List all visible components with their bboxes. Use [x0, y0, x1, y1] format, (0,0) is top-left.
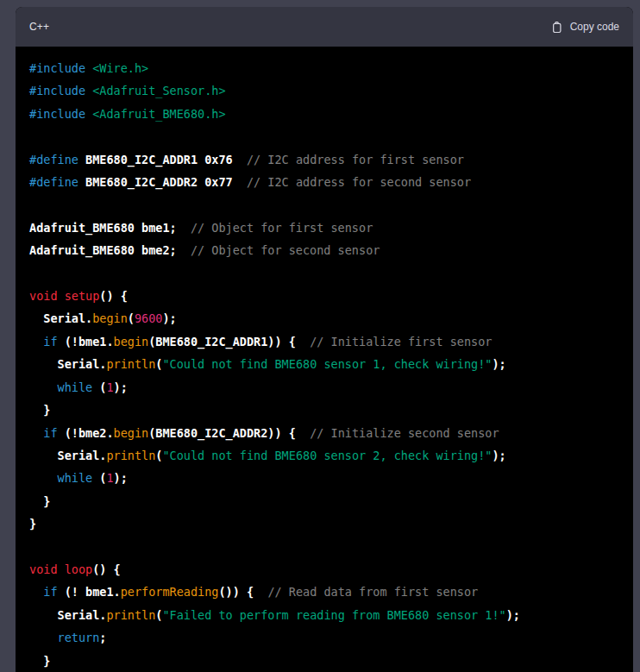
language-label: C++: [29, 21, 49, 33]
code-line: Adafruit_BME680 bme2; // Object for seco…: [29, 239, 619, 261]
code-line: #include <Adafruit_BME680.h>: [29, 103, 619, 125]
code-line: return;: [29, 626, 619, 649]
code-line: [29, 262, 619, 285]
code-header: C++ Copy code: [16, 7, 633, 47]
code-line: Serial.println("Could not find BME680 se…: [29, 353, 619, 375]
code-line: #define BME680_I2C_ADDR2 0x77 // I2C add…: [29, 171, 619, 193]
code-block: C++ Copy code #include <Wire.h>#include …: [16, 7, 633, 672]
code-line: void setup() {: [29, 285, 619, 307]
code-line: [29, 536, 619, 558]
code-line: if (!bme2.begin(BME680_I2C_ADDR2)) { // …: [29, 422, 619, 444]
code-line: }: [29, 490, 619, 512]
code-line: [29, 193, 619, 216]
code-line: while (1);: [29, 467, 619, 489]
code-line: while (1);: [29, 376, 619, 399]
copy-code-label: Copy code: [570, 21, 619, 33]
code-line: }: [29, 399, 619, 421]
code-line: }: [29, 650, 619, 672]
code-line: Serial.println("Failed to perform readin…: [29, 604, 619, 626]
code-line: #include <Wire.h>: [29, 57, 619, 79]
code-line: void loop() {: [29, 558, 619, 581]
code-line: if (! bme1.performReading()) { // Read d…: [29, 581, 619, 603]
code-line: #include <Adafruit_Sensor.h>: [29, 79, 619, 102]
page-background: { "header": { "language": "C++", "copy_l…: [0, 0, 640, 672]
clipboard-icon: [550, 21, 563, 34]
code-line: Serial.begin(9600);: [29, 307, 619, 330]
code-line: Adafruit_BME680 bme1; // Object for firs…: [29, 217, 619, 239]
code-line: #define BME680_I2C_ADDR1 0x76 // I2C add…: [29, 148, 619, 171]
code-line: [29, 125, 619, 148]
code-line: Serial.println("Could not find BME680 se…: [29, 444, 619, 467]
code-line: if (!bme1.begin(BME680_I2C_ADDR1)) { // …: [29, 330, 619, 353]
copy-code-button[interactable]: Copy code: [550, 21, 619, 34]
code-line: }: [29, 512, 619, 535]
code-content: #include <Wire.h>#include <Adafruit_Sens…: [16, 47, 633, 672]
